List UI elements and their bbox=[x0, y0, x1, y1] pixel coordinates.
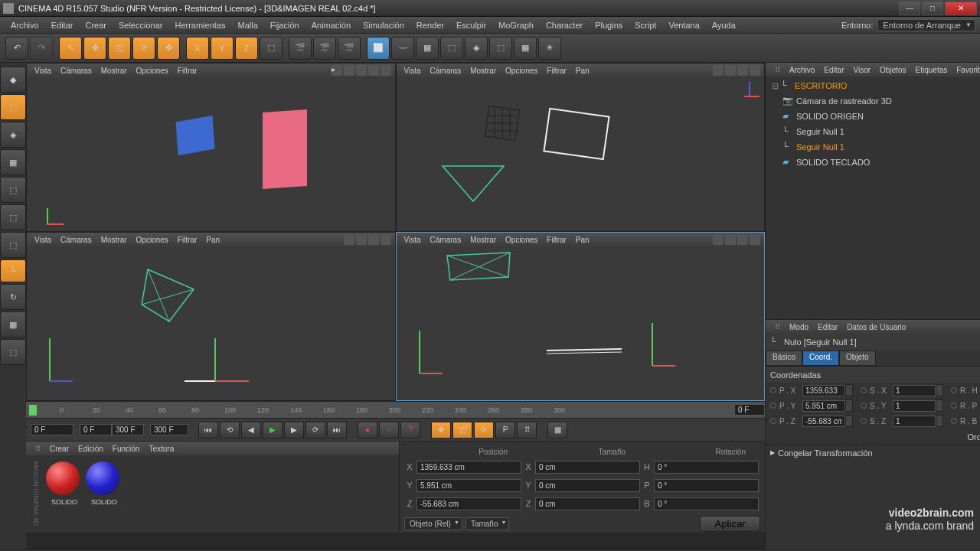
vp-menu-pan[interactable]: Pan bbox=[571, 67, 594, 75]
vp-menu-opciones[interactable]: Opciones bbox=[132, 236, 173, 244]
menu-malla[interactable]: Malla bbox=[231, 21, 263, 30]
apply-button[interactable]: Aplicar bbox=[700, 516, 760, 532]
select-tool[interactable]: ↖ bbox=[59, 37, 82, 60]
menu-script[interactable]: Script bbox=[629, 21, 662, 30]
y-axis-button[interactable]: Y bbox=[211, 37, 234, 60]
vp-nav-icon[interactable] bbox=[344, 65, 354, 76]
vp-menu-filtrar[interactable]: Filtrar bbox=[173, 236, 202, 244]
menu-mograph[interactable]: MoGraph bbox=[492, 21, 540, 30]
model-mode-button[interactable]: ⬚ bbox=[0, 94, 26, 120]
menu-plugins[interactable]: Plugins bbox=[589, 21, 629, 30]
timeline-ruler[interactable]: 0 20 40 60 80 100 120 140 160 180 200 22… bbox=[26, 401, 765, 418]
tweak-mode-button[interactable]: ↻ bbox=[0, 284, 26, 310]
vp-menu-vista[interactable]: Vista bbox=[400, 67, 426, 75]
vp-nav-icon[interactable] bbox=[356, 65, 367, 76]
attr-menu-datos[interactable]: Datos de Usuario bbox=[842, 323, 910, 331]
obj-menu-visor[interactable]: Visor bbox=[848, 66, 875, 74]
menu-render[interactable]: Render bbox=[410, 21, 450, 30]
key-dot[interactable] bbox=[951, 403, 957, 409]
polygon-mode-button[interactable]: ⬚ bbox=[0, 232, 26, 258]
rot-p-input[interactable] bbox=[654, 479, 759, 492]
key-dot[interactable] bbox=[770, 403, 776, 409]
menu-esculpir[interactable]: Esculpir bbox=[450, 21, 492, 30]
camera-button[interactable]: ▦ bbox=[514, 37, 537, 60]
vp-menu-mostrar[interactable]: Mostrar bbox=[96, 67, 132, 75]
current-frame-input[interactable] bbox=[31, 424, 74, 435]
render-picture-button[interactable]: 🎬 bbox=[313, 37, 336, 60]
vp-menu-opciones[interactable]: Opciones bbox=[501, 67, 542, 75]
environment-button[interactable]: ⬚ bbox=[489, 37, 512, 60]
vp-menu-mostrar[interactable]: Mostrar bbox=[466, 67, 501, 75]
vp-nav-icon[interactable] bbox=[381, 234, 391, 245]
vp-menu-filtrar[interactable]: Filtrar bbox=[173, 67, 202, 75]
tab-basico[interactable]: Básico bbox=[766, 350, 802, 366]
nurbs-button[interactable]: ▦ bbox=[416, 37, 439, 60]
size-y-input[interactable] bbox=[535, 479, 640, 492]
vp-nav-icon[interactable] bbox=[725, 234, 736, 245]
undo-button[interactable]: ↶ bbox=[5, 37, 28, 60]
sy-input[interactable] bbox=[893, 400, 936, 412]
z-axis-button[interactable]: Z bbox=[235, 37, 258, 60]
pos-y-input[interactable] bbox=[416, 479, 521, 492]
snap-button[interactable]: ▦ bbox=[0, 311, 26, 337]
vp-nav-icon[interactable]: ▸ bbox=[332, 65, 342, 76]
key-dot[interactable] bbox=[951, 387, 957, 393]
vp-nav-icon[interactable] bbox=[713, 65, 724, 76]
tab-coord[interactable]: Coord. bbox=[802, 350, 839, 366]
autokey-button[interactable]: ○ bbox=[379, 422, 399, 439]
vp-nav-icon[interactable] bbox=[750, 234, 760, 245]
vp-menu-vista[interactable]: Vista bbox=[30, 236, 56, 244]
vp-menu-opciones[interactable]: Opciones bbox=[132, 67, 173, 75]
menu-ventana[interactable]: Ventana bbox=[662, 21, 705, 30]
vp-nav-icon[interactable] bbox=[725, 65, 736, 76]
material-item[interactable]: SOLIDO bbox=[46, 461, 83, 526]
obj-menu-archivo[interactable]: Archivo bbox=[785, 66, 819, 74]
py-input[interactable] bbox=[802, 400, 845, 412]
play-button[interactable]: ▶ bbox=[263, 422, 283, 439]
tree-row[interactable]: 📷 Cámara de rastreador 3D ✓⬚ bbox=[767, 93, 980, 109]
prev-frame-button[interactable]: ◀ bbox=[241, 422, 261, 439]
obj-menu-favoritos[interactable]: Favoritos bbox=[952, 66, 980, 74]
menu-animacion[interactable]: Animación bbox=[305, 21, 357, 30]
pz-input[interactable] bbox=[802, 416, 845, 427]
menu-simulacion[interactable]: Simulación bbox=[357, 21, 410, 30]
menu-crear[interactable]: Crear bbox=[79, 21, 113, 30]
key-options-button[interactable]: ? bbox=[400, 422, 420, 439]
scale-tool[interactable]: ◫ bbox=[108, 37, 131, 60]
vp-nav-icon[interactable] bbox=[713, 234, 724, 245]
mat-menu-crear[interactable]: Crear bbox=[45, 445, 74, 453]
next-frame-button[interactable]: ▶ bbox=[284, 422, 304, 439]
vp-nav-icon[interactable] bbox=[737, 234, 748, 245]
cube-primitive-button[interactable]: ⬜ bbox=[367, 37, 390, 60]
obj-menu-objetos[interactable]: Objetos bbox=[875, 66, 910, 74]
menu-ayuda[interactable]: Ayuda bbox=[706, 21, 742, 30]
vp-nav-icon[interactable] bbox=[381, 65, 391, 76]
viewport-perspective[interactable]: Vista Cámaras Mostrar Opciones Filtrar ▸… bbox=[26, 63, 396, 232]
key-pos-button[interactable]: ✥ bbox=[431, 422, 451, 439]
vp-menu-opciones[interactable]: Opciones bbox=[501, 236, 542, 244]
key-dot[interactable] bbox=[861, 403, 867, 409]
viewport-right[interactable]: Vista Cámaras Mostrar Opciones Filtrar P… bbox=[26, 232, 396, 401]
mat-menu-textura[interactable]: Textura bbox=[144, 445, 178, 453]
tree-row[interactable]: └ Seguir Null 1 bbox=[767, 139, 980, 155]
menu-fijacion[interactable]: Fijación bbox=[264, 21, 305, 30]
size-mode-select[interactable]: Tamaño bbox=[466, 517, 510, 530]
axis-mode-button[interactable]: └ bbox=[0, 259, 26, 282]
prev-key-button[interactable]: ⟲ bbox=[220, 422, 240, 439]
vp-nav-icon[interactable] bbox=[344, 234, 354, 245]
goto-start-button[interactable]: ⏮ bbox=[198, 422, 218, 439]
vp-menu-mostrar[interactable]: Mostrar bbox=[466, 236, 501, 244]
key-dot[interactable] bbox=[770, 387, 776, 393]
next-key-button[interactable]: ⟳ bbox=[305, 422, 325, 439]
maximize-button[interactable]: □ bbox=[922, 2, 943, 15]
stepper[interactable] bbox=[845, 384, 853, 396]
vp-nav-icon[interactable] bbox=[368, 234, 379, 245]
workplane-snap-button[interactable]: ⬚ bbox=[0, 339, 26, 365]
redo-button[interactable]: ↷ bbox=[30, 37, 53, 60]
vp-nav-icon[interactable] bbox=[737, 65, 748, 76]
vp-menu-vista[interactable]: Vista bbox=[30, 67, 56, 75]
render-settings-button[interactable]: 🎬 bbox=[338, 37, 361, 60]
stepper[interactable] bbox=[936, 415, 943, 427]
rot-h-input[interactable] bbox=[654, 461, 759, 474]
tree-row[interactable]: ▰ SOLIDO TECLADO ✓ bbox=[767, 155, 980, 170]
